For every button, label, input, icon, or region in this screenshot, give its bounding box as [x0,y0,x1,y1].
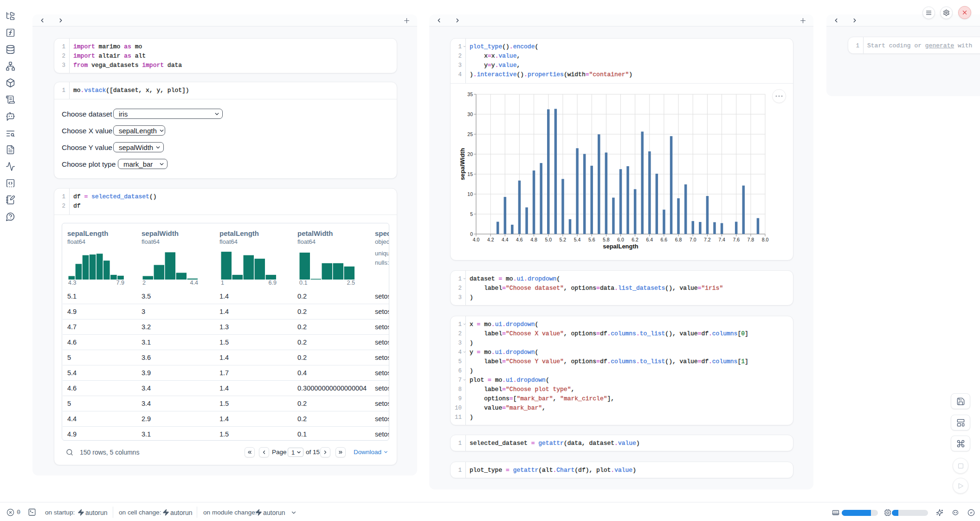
svg-text:35: 35 [467,91,473,97]
svg-text:7.0: 7.0 [690,237,696,242]
svg-text:10: 10 [467,191,473,197]
svg-text:7.8: 7.8 [748,237,754,242]
svg-text:5.2: 5.2 [560,237,567,242]
svg-text:5.8: 5.8 [603,237,610,242]
svg-text:5.6: 5.6 [588,237,595,242]
svg-text:25: 25 [467,131,473,137]
svg-text:4.8: 4.8 [530,237,537,242]
svg-text:5.4: 5.4 [574,237,581,242]
svg-text:7.6: 7.6 [733,237,740,242]
svg-text:6.8: 6.8 [675,237,682,242]
svg-text:sepalLength: sepalLength [603,243,638,250]
svg-text:15: 15 [467,171,473,177]
svg-text:4.0: 4.0 [473,237,480,242]
svg-text:4.2: 4.2 [487,237,494,242]
svg-text:6.2: 6.2 [632,237,638,242]
svg-text:7.2: 7.2 [704,237,711,242]
svg-text:5.0: 5.0 [545,237,552,242]
svg-text:30: 30 [467,111,473,117]
svg-text:6.6: 6.6 [661,237,668,242]
svg-text:6.4: 6.4 [646,237,653,242]
svg-text:sepalWidth: sepalWidth [459,148,466,180]
svg-text:4.4: 4.4 [502,237,509,242]
svg-text:5: 5 [470,211,473,217]
svg-text:7.4: 7.4 [718,237,725,242]
svg-text:6.0: 6.0 [617,237,624,242]
svg-text:0: 0 [470,231,473,237]
svg-text:20: 20 [467,151,473,157]
svg-text:8.0: 8.0 [762,237,769,242]
svg-text:4.6: 4.6 [516,237,523,242]
